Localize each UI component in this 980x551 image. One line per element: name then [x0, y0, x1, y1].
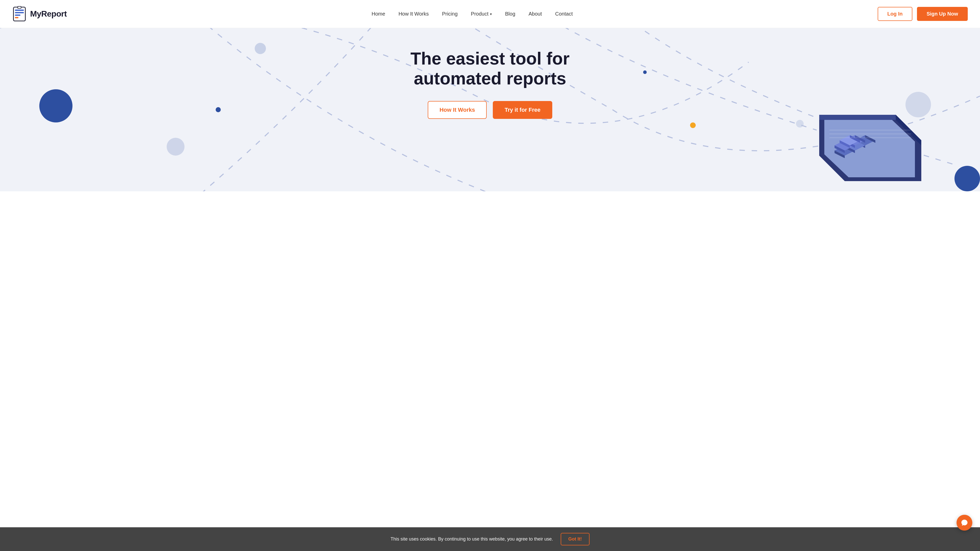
svg-rect-4	[15, 17, 19, 18]
svg-rect-6	[18, 6, 21, 8]
svg-rect-2	[15, 12, 24, 13]
logo-link[interactable]: MyReport	[12, 6, 67, 22]
login-button[interactable]: Log In	[878, 7, 912, 21]
hero-title: The easiest tool for automated reports	[375, 48, 605, 88]
nav-about[interactable]: About	[528, 11, 542, 17]
navbar: MyReport Home How It Works Pricing Produ…	[0, 0, 980, 28]
nav-contact[interactable]: Contact	[555, 11, 573, 17]
svg-rect-0	[14, 7, 25, 21]
how-it-works-button[interactable]: How It Works	[428, 101, 487, 119]
deco-circle-4	[167, 138, 185, 156]
nav-blog[interactable]: Blog	[505, 11, 515, 17]
logo-icon	[12, 6, 27, 22]
nav-pricing[interactable]: Pricing	[442, 11, 458, 17]
brand-name: MyReport	[30, 9, 67, 19]
svg-marker-9	[819, 115, 896, 120]
nav-links: Home How It Works Pricing Product ▾ Blog…	[372, 11, 573, 17]
orange-dot	[690, 122, 696, 128]
isometric-computer-svg	[799, 94, 921, 191]
svg-rect-1	[15, 10, 24, 11]
chevron-down-icon: ▾	[490, 12, 492, 16]
nav-how-it-works[interactable]: How It Works	[398, 11, 429, 17]
hero-buttons: How It Works Try it for Free	[428, 101, 552, 119]
deco-circle-1	[255, 43, 266, 54]
hero-section: The easiest tool for automated reports H…	[0, 28, 980, 191]
nav-product[interactable]: Product ▾	[471, 11, 492, 17]
try-free-button[interactable]: Try it for Free	[493, 101, 552, 119]
deco-circle-8	[955, 166, 980, 191]
svg-rect-3	[15, 14, 21, 16]
deco-circle-5	[643, 70, 647, 74]
deco-circle-3	[216, 107, 221, 112]
hero-illustration	[799, 94, 921, 191]
deco-circle-2	[39, 89, 73, 122]
signup-button[interactable]: Sign Up Now	[917, 7, 968, 21]
nav-buttons: Log In Sign Up Now	[878, 7, 968, 21]
nav-home[interactable]: Home	[372, 11, 385, 17]
